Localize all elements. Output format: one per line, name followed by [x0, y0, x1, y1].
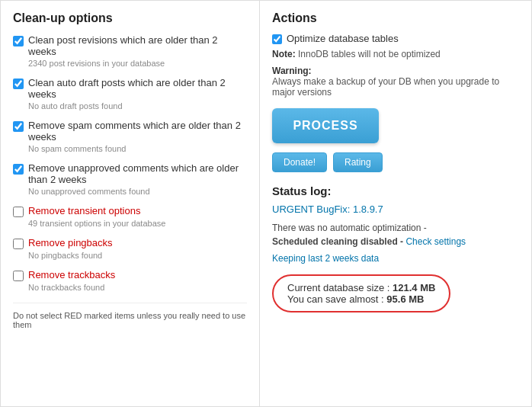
optimize-row: Optimize database tables	[272, 33, 519, 44]
donate-rating-row: Donate! Rating	[272, 152, 519, 172]
footer-note: Do not select RED marked items unless yo…	[13, 303, 247, 329]
option-subtext-3: No spam comments found	[28, 144, 247, 153]
option-label-4[interactable]: Remove unapproved comments which are old…	[13, 162, 247, 185]
option-checkbox-5[interactable]	[13, 207, 24, 217]
keeping-data-link[interactable]: Keeping last 2 weeks data	[272, 253, 379, 264]
check-settings-link[interactable]: Check settings	[405, 236, 466, 247]
warning-body: Always make a backup of your DB when you…	[272, 76, 499, 98]
option-subtext-2: No auto draft posts found	[28, 101, 247, 111]
right-panel: Actions Optimize database tables Note: I…	[260, 1, 531, 406]
db-size-label: Current database size :	[287, 282, 389, 293]
status-bugfix-link[interactable]: URGENT BugFix: 1.8.9.7	[272, 204, 519, 215]
option-text-2: Clean auto draft posts which are older t…	[28, 77, 247, 100]
option-checkbox-3[interactable]	[13, 121, 24, 132]
option-label-1[interactable]: Clean post revisions which are older tha…	[13, 34, 247, 57]
warning-text: Warning: Always make a backup of your DB…	[272, 66, 519, 98]
option-item-4: Remove unapproved comments which are old…	[13, 162, 247, 196]
option-label-5[interactable]: Remove transient options	[13, 205, 247, 217]
db-size-value: 121.4 MB	[393, 282, 435, 293]
option-item-2: Clean auto draft posts which are older t…	[13, 77, 247, 111]
db-size-line: Current database size : 121.4 MB	[287, 282, 435, 293]
option-subtext-1: 2340 post revisions in your database	[28, 59, 247, 68]
option-checkbox-4[interactable]	[13, 164, 24, 175]
option-text-1: Clean post revisions which are older tha…	[28, 34, 247, 57]
cleanup-title: Clean-up options	[13, 11, 247, 25]
option-label-2[interactable]: Clean auto draft posts which are older t…	[13, 77, 247, 100]
option-item-5: Remove transient options49 transient opt…	[13, 205, 247, 228]
option-checkbox-2[interactable]	[13, 79, 24, 89]
option-item-1: Clean post revisions which are older tha…	[13, 34, 247, 68]
option-item-7: Remove trackbacksNo trackbacks found	[13, 269, 247, 292]
option-subtext-6: No pingbacks found	[28, 251, 247, 260]
option-checkbox-7[interactable]	[13, 271, 24, 281]
process-button[interactable]: PROCESS	[272, 108, 379, 143]
option-text-7: Remove trackbacks	[28, 269, 115, 280]
option-item-6: Remove pingbacksNo pingbacks found	[13, 237, 247, 260]
db-info-box: Current database size : 121.4 MB You can…	[272, 274, 450, 312]
option-subtext-4: No unapproved comments found	[28, 187, 247, 196]
status-title: Status log:	[272, 184, 519, 197]
option-checkbox-6[interactable]	[13, 239, 24, 249]
left-panel: Clean-up options Clean post revisions wh…	[1, 1, 260, 406]
option-subtext-7: No trackbacks found	[28, 283, 247, 292]
optimize-checkbox[interactable]	[272, 34, 282, 44]
option-text-4: Remove unapproved comments which are old…	[28, 162, 247, 185]
warning-label: Warning:	[272, 66, 312, 76]
rating-button[interactable]: Rating	[333, 152, 383, 172]
optimize-label[interactable]: Optimize database tables	[287, 33, 399, 44]
option-label-3[interactable]: Remove spam comments which are older tha…	[13, 120, 247, 143]
option-subtext-5: 49 transient options in your database	[28, 219, 247, 228]
note-label: Note:	[272, 49, 296, 59]
db-save-label: You can save almost :	[287, 293, 384, 305]
option-text-5: Remove transient options	[28, 205, 140, 216]
option-label-6[interactable]: Remove pingbacks	[13, 237, 247, 249]
db-save-line: You can save almost : 95.6 MB	[287, 293, 435, 305]
option-text-6: Remove pingbacks	[28, 237, 113, 248]
note-text: Note: InnoDB tables will not be optimize…	[272, 49, 519, 59]
donate-button[interactable]: Donate!	[272, 152, 327, 172]
db-save-value: 95.6 MB	[386, 293, 424, 305]
option-item-3: Remove spam comments which are older tha…	[13, 120, 247, 153]
note-body: InnoDB tables will not be optimized	[298, 49, 441, 59]
option-checkbox-1[interactable]	[13, 36, 24, 46]
option-text-3: Remove spam comments which are older tha…	[28, 120, 247, 143]
actions-title: Actions	[272, 11, 519, 25]
option-label-7[interactable]: Remove trackbacks	[13, 269, 247, 281]
status-body-2: Keeping last 2 weeks data	[272, 252, 519, 265]
status-body-1: There was no automatic optimization - Sc…	[272, 221, 519, 248]
